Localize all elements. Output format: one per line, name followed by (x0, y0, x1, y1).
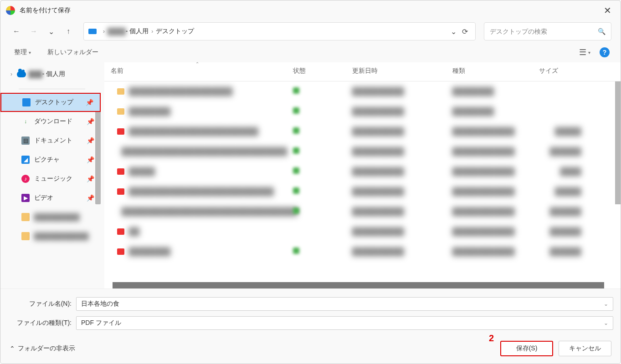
table-row[interactable]: ████████ ██████████ ████████████ ██████ (104, 242, 621, 262)
file-name-blurred: ████████ (129, 248, 170, 256)
pin-icon[interactable]: 📌 (86, 99, 93, 106)
footer: ⌃ フォルダーの非表示 保存(S) キャンセル (0, 334, 621, 364)
file-name-blurred: ██████████████████████████████████ (122, 207, 297, 216)
sync-status-icon (293, 147, 299, 154)
close-button[interactable]: ✕ (600, 5, 615, 16)
breadcrumb-user[interactable]: ████ (108, 28, 126, 35)
sidebar-label-blurred: ████████████ (34, 233, 88, 240)
chevron-up-icon: ⌃ (10, 345, 15, 352)
recent-dropdown[interactable]: ⌄ (44, 25, 58, 38)
sidebar-onedrive[interactable]: › ███ - 個人用 (0, 66, 101, 82)
pin-icon[interactable]: 📌 (87, 194, 94, 202)
table-row[interactable]: ██████████████████████████████████ █████… (104, 202, 621, 222)
filename-input[interactable]: 日本各地の食 ⌄ (76, 297, 613, 311)
listing-scrollbar-horizontal[interactable] (113, 282, 604, 288)
caret-down-icon[interactable]: ⌄ (604, 320, 608, 326)
column-date[interactable]: 更新日時 (346, 62, 446, 81)
caret-down-icon[interactable]: ⌄ (604, 301, 608, 307)
up-button[interactable]: ↑ (62, 25, 75, 38)
download-icon: ↓ (21, 117, 30, 126)
nav-row: ← → ⌄ ↑ › ████ - 個人用 › デスクトップ ⌄ ⟳ 🔍 (0, 20, 621, 42)
organize-label: 整理 (14, 48, 27, 56)
sync-status-icon (293, 127, 299, 134)
table-row[interactable]: ████████ ██████████ ████████ (104, 101, 621, 121)
view-menu-button[interactable]: ☰▾ (575, 47, 594, 57)
pin-icon[interactable]: 📌 (87, 156, 94, 163)
sidebar: › ███ - 個人用 デスクトップ 📌 ↓ ダウンロード 📌 ▤ ドキュメント… (0, 62, 101, 288)
table-row[interactable]: █████ ██████████ ████████████ ████ (104, 162, 621, 182)
document-icon: ▤ (21, 136, 30, 145)
sort-ascending-icon: ⌃ (195, 61, 199, 66)
filetype-select[interactable]: PDF ファイル ⌄ (76, 316, 613, 330)
pin-icon[interactable]: 📌 (87, 118, 94, 125)
caret-icon: ▾ (29, 50, 31, 55)
listing-scrollbar-vertical[interactable] (615, 81, 621, 204)
file-name-blurred: █████████████████████████ (129, 127, 258, 136)
filetype-row: ファイルの種類(T): PDF ファイル ⌄ (0, 313, 621, 333)
pin-icon[interactable]: 📌 (87, 137, 94, 144)
table-row[interactable]: ████████████████████████████████ ███████… (104, 142, 621, 162)
video-icon: ▶ (21, 194, 30, 202)
sidebar-item-videos[interactable]: ▶ ビデオ 📌 (0, 188, 101, 207)
sidebar-label-pictures: ピクチャ (34, 156, 60, 164)
pdf-icon (117, 188, 124, 195)
file-name-blurred: ████████████████████████████ (129, 187, 273, 196)
table-row[interactable]: ██ ██████████ ████████████ ██████ (104, 222, 621, 242)
breadcrumb-personal[interactable]: - 個人用 (126, 27, 149, 35)
sidebar-label-downloads: ダウンロード (34, 117, 72, 126)
onedrive-personal-label: - 個人用 (42, 70, 66, 78)
search-input[interactable] (490, 28, 598, 35)
pin-icon[interactable]: 📌 (87, 175, 94, 182)
table-row[interactable]: ████████████████████ ██████████ ████████ (104, 81, 621, 101)
search-box[interactable]: 🔍 (484, 22, 611, 40)
cancel-button[interactable]: キャンセル (559, 341, 611, 356)
table-row[interactable]: ████████████████████████████ ██████████ … (104, 182, 621, 202)
table-row[interactable]: █████████████████████████ ██████████ ███… (104, 121, 621, 142)
sync-status-icon (293, 107, 299, 114)
column-type[interactable]: 種類 (446, 62, 533, 81)
filename-row: ファイル名(N): 日本各地の食 ⌄ (0, 294, 621, 313)
onedrive-icon (17, 71, 26, 77)
refresh-button[interactable]: ⟳ (459, 27, 471, 36)
hide-folders-label: フォルダーの非表示 (18, 344, 75, 353)
sidebar-item-pictures[interactable]: ◢ ピクチャ 📌 (0, 150, 101, 169)
pdf-icon (117, 128, 124, 135)
sync-status-icon (293, 207, 299, 214)
sidebar-label-documents: ドキュメント (34, 136, 72, 145)
music-icon: ♪ (21, 175, 30, 183)
column-size[interactable]: サイズ (533, 62, 587, 81)
hide-folders-button[interactable]: ⌃ フォルダーの非表示 (10, 344, 75, 353)
chevron-right-icon[interactable]: › (10, 71, 17, 77)
main-area: › ███ - 個人用 デスクトップ 📌 ↓ ダウンロード 📌 ▤ ドキュメント… (0, 62, 621, 288)
location-icon (88, 29, 97, 34)
address-dropdown[interactable]: ⌄ (448, 27, 459, 36)
pdf-icon (117, 248, 124, 255)
breadcrumb-desktop[interactable]: デスクトップ (156, 27, 194, 35)
sidebar-item-music[interactable]: ♪ ミュージック 📌 (0, 169, 101, 188)
sidebar-item-downloads[interactable]: ↓ ダウンロード 📌 (0, 112, 101, 131)
file-name-blurred: ██ (129, 228, 139, 236)
sidebar-item-documents[interactable]: ▤ ドキュメント 📌 (0, 131, 101, 150)
new-folder-button[interactable]: 新しいフォルダー (45, 46, 101, 58)
organize-button[interactable]: 整理 ▾ (11, 46, 34, 58)
filetype-value: PDF ファイル (81, 319, 121, 327)
file-name-blurred: ████████████████████████████████ (122, 147, 287, 156)
column-state[interactable]: 状態 (287, 62, 346, 81)
sync-status-icon (293, 87, 299, 94)
search-icon[interactable]: 🔍 (598, 28, 606, 35)
back-button[interactable]: ← (10, 25, 23, 38)
filename-value: 日本各地の食 (81, 300, 119, 308)
address-bar[interactable]: › ████ - 個人用 › デスクトップ ⌄ ⟳ (83, 22, 476, 40)
folder-icon (21, 232, 30, 240)
column-name[interactable]: ⌃ 名前 (104, 62, 287, 81)
sidebar-item-folder-blurred[interactable]: ██████████ (0, 207, 101, 227)
forward-button[interactable]: → (27, 25, 41, 38)
help-button[interactable]: ? (600, 47, 610, 57)
titlebar: 名前を付けて保存 ✕ (0, 0, 621, 20)
sidebar-item-folder-blurred[interactable]: ████████████ (0, 227, 101, 246)
breadcrumb-sep-icon: › (151, 28, 153, 35)
toolbar: 整理 ▾ 新しいフォルダー ☰▾ ? (0, 42, 621, 62)
filename-label: ファイル名(N): (8, 300, 76, 308)
sidebar-item-desktop[interactable]: デスクトップ 📌 (0, 93, 101, 112)
save-button[interactable]: 保存(S) (500, 341, 553, 356)
